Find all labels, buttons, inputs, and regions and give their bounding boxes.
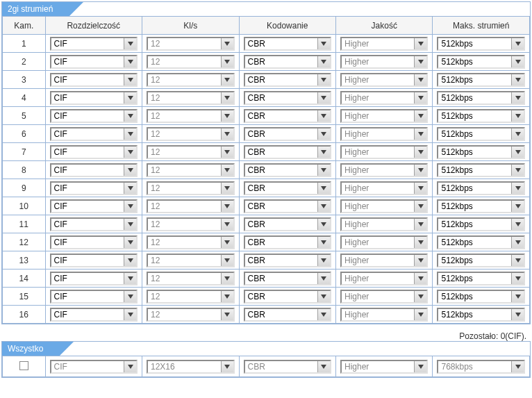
encoding-select[interactable]: CBR (244, 55, 331, 69)
quality-select[interactable]: Higher (340, 181, 428, 195)
bitrate-select[interactable]: 512kbps (437, 217, 525, 231)
chevron-down-icon (317, 110, 330, 122)
fps-select[interactable]: 12 (147, 127, 234, 141)
encoding-select[interactable]: CBR (244, 254, 331, 267)
encoding-select[interactable]: CBR (244, 290, 331, 304)
quality-select[interactable]: Higher (340, 217, 428, 231)
fps-select[interactable]: 12 (147, 55, 234, 69)
quality-select[interactable]: Higher (340, 73, 428, 87)
quality-select[interactable]: Higher (340, 272, 428, 285)
fps-select[interactable]: 12 (147, 37, 234, 51)
quality-select[interactable]: Higher (340, 308, 428, 322)
resolution-select[interactable]: CIF (50, 308, 138, 322)
fps-select[interactable]: 12 (147, 145, 234, 159)
encoding-select[interactable]: CBR (244, 181, 331, 195)
bitrate-select[interactable]: 512kbps (437, 272, 525, 285)
table-row: 11CIF12CBRHigher512kbps (3, 215, 530, 233)
encoding-select[interactable]: CBR (244, 217, 331, 231)
bitrate-select[interactable]: 512kbps (437, 127, 525, 141)
quality-select[interactable]: Higher (340, 254, 428, 267)
apply-all-checkbox[interactable] (19, 361, 28, 370)
resolution-select[interactable]: CIF (50, 217, 138, 231)
resolution-select[interactable]: CIF (50, 91, 138, 105)
encoding-select[interactable]: CBR (244, 37, 331, 51)
quality-select[interactable]: Higher (340, 163, 428, 177)
encoding-select[interactable]: CBR (244, 73, 331, 87)
resolution-select[interactable]: CIF (50, 290, 138, 304)
bitrate-select[interactable]: 512kbps (437, 235, 525, 249)
bitrate-select[interactable]: 512kbps (437, 181, 525, 195)
select-value: CIF (54, 183, 67, 193)
bitrate-select[interactable]: 512kbps (437, 91, 525, 105)
fps-select[interactable]: 12 (147, 91, 234, 105)
chevron-down-icon (511, 237, 524, 248)
resolution-select[interactable]: CIF (50, 163, 138, 177)
encoding-select[interactable]: CBR (244, 91, 331, 105)
quality-select[interactable]: Higher (340, 290, 428, 304)
quality-select[interactable]: Higher (340, 235, 428, 249)
bitrate-select[interactable]: 512kbps (437, 290, 525, 304)
chevron-down-icon (221, 291, 233, 302)
quality-select[interactable]: Higher (340, 199, 428, 213)
fps-select[interactable]: 12 (147, 109, 234, 123)
all-fps-select[interactable]: 12X16 (147, 360, 234, 374)
select-value: 512kbps (441, 256, 472, 265)
chevron-down-icon (414, 74, 426, 85)
quality-select[interactable]: Higher (340, 55, 428, 69)
encoding-select[interactable]: CBR (244, 145, 331, 159)
table-row: 12CIF12CBRHigher512kbps (3, 233, 530, 251)
bitrate-select[interactable]: 512kbps (437, 254, 525, 267)
resolution-select[interactable]: CIF (50, 55, 138, 69)
quality-select[interactable]: Higher (340, 109, 428, 123)
resolution-select[interactable]: CIF (50, 254, 138, 267)
bitrate-select[interactable]: 512kbps (437, 199, 525, 213)
encoding-select[interactable]: CBR (244, 235, 331, 249)
encoding-select[interactable]: CBR (244, 308, 331, 322)
fps-select[interactable]: 12 (147, 235, 234, 249)
all-encoding-select[interactable]: CBR (244, 360, 331, 374)
bitrate-select[interactable]: 512kbps (437, 37, 525, 51)
resolution-select[interactable]: CIF (50, 127, 138, 141)
resolution-select[interactable]: CIF (50, 109, 138, 123)
bitrate-select[interactable]: 512kbps (437, 163, 525, 177)
bitrate-select[interactable]: 512kbps (437, 73, 525, 87)
chevron-down-icon (511, 74, 524, 85)
all-bitrate-select[interactable]: 768kbps (437, 360, 525, 374)
encoding-select[interactable]: CBR (244, 272, 331, 285)
select-value: CIF (54, 292, 67, 301)
fps-select[interactable]: 12 (147, 181, 234, 195)
fps-select[interactable]: 12 (147, 73, 234, 87)
encoding-select[interactable]: CBR (244, 163, 331, 177)
fps-select[interactable]: 12 (147, 254, 234, 267)
resolution-select[interactable]: CIF (50, 181, 138, 195)
encoding-select[interactable]: CBR (244, 109, 331, 123)
fps-select[interactable]: 12 (147, 199, 234, 213)
fps-select[interactable]: 12 (147, 272, 234, 285)
chevron-down-icon (124, 165, 136, 176)
quality-select[interactable]: Higher (340, 127, 428, 141)
resolution-select[interactable]: CIF (50, 145, 138, 159)
bitrate-select[interactable]: 512kbps (437, 109, 525, 123)
resolution-select[interactable]: CIF (50, 199, 138, 213)
tab-stream2[interactable]: 2gi strumień (2, 2, 69, 16)
bitrate-select[interactable]: 512kbps (437, 55, 525, 69)
resolution-select[interactable]: CIF (50, 235, 138, 249)
resolution-select[interactable]: CIF (50, 272, 138, 285)
fps-select[interactable]: 12 (147, 308, 234, 322)
bitrate-select[interactable]: 512kbps (437, 145, 525, 159)
resolution-select[interactable]: CIF (50, 37, 138, 51)
fps-select[interactable]: 12 (147, 290, 234, 304)
encoding-select[interactable]: CBR (244, 127, 331, 141)
select-value: 512kbps (441, 274, 472, 283)
fps-select[interactable]: 12 (147, 217, 234, 231)
all-quality-select[interactable]: Higher (340, 360, 428, 374)
all-resolution-select[interactable]: CIF (50, 360, 138, 374)
quality-select[interactable]: Higher (340, 145, 428, 159)
quality-select[interactable]: Higher (340, 37, 428, 51)
bitrate-select[interactable]: 512kbps (437, 308, 525, 322)
encoding-select[interactable]: CBR (244, 199, 331, 213)
quality-select[interactable]: Higher (340, 91, 428, 105)
tab-all[interactable]: Wszystko (2, 342, 60, 356)
resolution-select[interactable]: CIF (50, 73, 138, 87)
fps-select[interactable]: 12 (147, 163, 234, 177)
